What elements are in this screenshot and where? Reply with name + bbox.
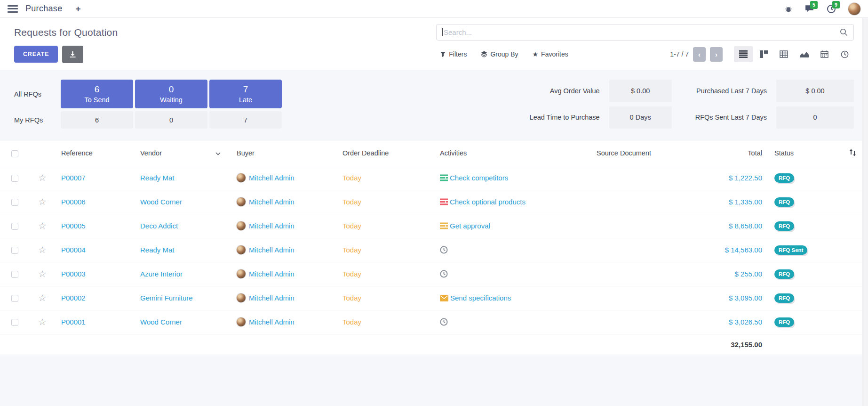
favorite-star-icon[interactable]: ☆ [38, 269, 46, 279]
filters-button[interactable]: Filters [440, 50, 467, 58]
search-icon[interactable] [840, 28, 848, 36]
late-card[interactable]: 7Late [209, 80, 282, 108]
table-header-row: Reference Vendor Buyer Order Deadline Ac… [0, 141, 868, 166]
reference-link[interactable]: P00007 [61, 174, 86, 182]
favorite-star-icon[interactable]: ☆ [38, 293, 46, 303]
apps-menu-icon[interactable] [8, 5, 18, 13]
reference-link[interactable]: P00001 [61, 318, 86, 326]
activity-link[interactable]: Get approval [450, 222, 490, 230]
vendor-link[interactable]: Ready Mat [140, 174, 175, 182]
column-header-buyer[interactable]: Buyer [233, 141, 339, 166]
my-waiting-card[interactable]: 0 [135, 111, 207, 129]
kanban-view-button[interactable] [754, 46, 773, 62]
activity-list-icon[interactable] [440, 198, 448, 205]
activity-link[interactable]: Check competitors [450, 174, 508, 182]
favorite-star-icon[interactable]: ☆ [38, 245, 46, 255]
pivot-view-button[interactable] [774, 46, 793, 62]
messages-icon[interactable]: 5 [804, 4, 814, 13]
activity-envelope-icon[interactable] [440, 295, 448, 301]
vendor-link[interactable]: Ready Mat [140, 246, 175, 254]
reference-link[interactable]: P00002 [61, 294, 86, 302]
select-all-checkbox[interactable] [11, 150, 18, 157]
row-checkbox[interactable] [11, 319, 18, 326]
vendor-link[interactable]: Wood Corner [140, 318, 182, 326]
row-checkbox[interactable] [11, 247, 18, 254]
reference-link[interactable]: P00005 [61, 222, 86, 230]
user-avatar[interactable] [848, 3, 860, 15]
column-header-total[interactable]: Total [710, 141, 767, 166]
activity-clock-icon[interactable] [440, 270, 448, 278]
table-row[interactable]: ☆ P00006 Wood Corner Mitchell Admin Toda… [0, 190, 868, 214]
kpi-purchased-7d: $ 0.00 [776, 80, 854, 102]
vendor-link[interactable]: Wood Corner [140, 198, 182, 206]
column-header-status[interactable]: Status [767, 141, 837, 166]
table-row[interactable]: ☆ P00003 Azure Interior Mitchell Admin T… [0, 262, 868, 286]
activity-view-button[interactable] [835, 46, 854, 62]
pager-previous-button[interactable]: ‹ [693, 47, 706, 62]
column-header-source-document[interactable]: Source Document [537, 141, 710, 166]
activity-clock-icon[interactable] [440, 246, 448, 254]
waiting-card[interactable]: 0Waiting [135, 80, 207, 108]
activities-clock-icon[interactable]: 9 [827, 4, 836, 14]
to-send-card[interactable]: 6To Send [61, 80, 133, 108]
column-header-order-deadline[interactable]: Order Deadline [339, 141, 436, 166]
new-tab-button[interactable]: + [75, 4, 80, 14]
column-header-reference[interactable]: Reference [56, 141, 136, 166]
buyer-link[interactable]: Mitchell Admin [249, 318, 295, 326]
activity-list-icon[interactable] [440, 222, 448, 229]
row-checkbox[interactable] [11, 199, 18, 206]
vertical-scrollbar[interactable] [862, 18, 868, 406]
my-late-card[interactable]: 7 [209, 111, 282, 129]
graph-view-button[interactable] [795, 46, 813, 62]
app-name[interactable]: Purchase [25, 4, 62, 14]
table-row[interactable]: ☆ P00002 Gemini Furniture Mitchell Admin… [0, 286, 868, 310]
activity-list-icon[interactable] [440, 174, 448, 181]
table-row[interactable]: ☆ P00007 Ready Mat Mitchell Admin Today [0, 166, 868, 190]
reference-link[interactable]: P00004 [61, 246, 86, 254]
export-download-button[interactable] [62, 46, 83, 63]
activity-link[interactable]: Send specifications [450, 294, 511, 302]
favorite-star-icon[interactable]: ☆ [38, 197, 46, 207]
buyer-link[interactable]: Mitchell Admin [249, 246, 295, 254]
table-row[interactable]: ☆ P00005 Deco Addict Mitchell Admin Toda… [0, 214, 868, 238]
source-document-cell [537, 310, 710, 334]
pager: 1-7 / 7 ‹ › [670, 47, 723, 62]
my-to-send-card[interactable]: 6 [61, 111, 133, 129]
buyer-link[interactable]: Mitchell Admin [249, 270, 295, 278]
buyer-link[interactable]: Mitchell Admin [249, 294, 295, 302]
activity-link[interactable]: Check optional products [450, 198, 526, 206]
reference-link[interactable]: P00003 [61, 270, 86, 278]
row-checkbox[interactable] [11, 223, 18, 230]
top-navbar: Purchase + 5 9 [0, 0, 868, 18]
favorite-star-icon[interactable]: ☆ [38, 221, 46, 231]
buyer-link[interactable]: Mitchell Admin [249, 174, 295, 182]
favorite-star-icon[interactable]: ☆ [38, 173, 46, 183]
vendor-link[interactable]: Gemini Furniture [140, 294, 193, 302]
debug-bug-icon[interactable] [785, 5, 792, 13]
search-input[interactable]: Search... [436, 24, 854, 41]
total-amount: $ 255.00 [735, 270, 762, 278]
purchase-app-page: Purchase + 5 9 [0, 0, 868, 406]
optional-columns-icon[interactable] [849, 149, 856, 156]
activity-clock-icon[interactable] [440, 318, 448, 326]
create-button[interactable]: CREATE [14, 46, 58, 63]
table-row[interactable]: ☆ P00001 Wood Corner Mitchell Admin Toda… [0, 310, 868, 334]
group-by-button[interactable]: Group By [481, 50, 518, 58]
row-checkbox[interactable] [11, 175, 18, 182]
row-checkbox[interactable] [11, 295, 18, 302]
column-header-activities[interactable]: Activities [436, 141, 537, 166]
favorite-star-icon[interactable]: ☆ [38, 317, 46, 327]
vendor-link[interactable]: Azure Interior [140, 270, 183, 278]
buyer-link[interactable]: Mitchell Admin [249, 198, 295, 206]
buyer-link[interactable]: Mitchell Admin [249, 222, 295, 230]
vendor-link[interactable]: Deco Addict [140, 222, 178, 230]
column-header-vendor[interactable]: Vendor [136, 141, 233, 166]
pager-next-button[interactable]: › [710, 47, 723, 62]
reference-link[interactable]: P00006 [61, 198, 86, 206]
list-view-button[interactable] [734, 46, 753, 62]
row-checkbox[interactable] [11, 271, 18, 278]
favorites-button[interactable]: ★ Favorites [533, 50, 568, 58]
calendar-view-button[interactable] [815, 46, 834, 62]
search-options: Filters Group By ★ Favorites [440, 50, 568, 58]
table-row[interactable]: ☆ P00004 Ready Mat Mitchell Admin Today [0, 238, 868, 262]
